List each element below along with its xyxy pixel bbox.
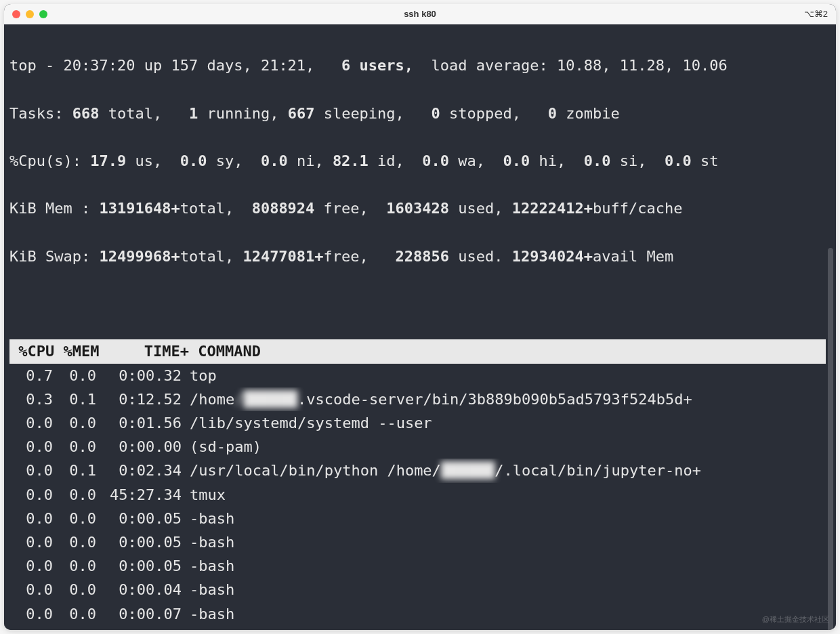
mem-value: 0.0 (53, 411, 96, 435)
time-value: 0:00.05 (96, 530, 182, 554)
process-header-row: %CPU %MEM TIME+ COMMAND (9, 339, 826, 363)
cpu-value: 0.0 (9, 507, 53, 530)
process-row: 0.00.00:00.06-bash (9, 626, 835, 630)
command-value: /usr/local/bin/python /home/██████/.loca… (182, 459, 835, 482)
command-value: /lib/systemd/systemd --user (182, 411, 835, 435)
time-value: 0:12.52 (96, 387, 182, 411)
time-value: 0:00.00 (96, 435, 182, 459)
mem-value: 0.0 (53, 554, 96, 578)
process-row: 0.00.045:27.34tmux (9, 483, 835, 507)
cpu-value: 0.0 (9, 626, 53, 630)
command-value: -bash (182, 554, 835, 578)
redacted-text: ██████ (441, 459, 495, 482)
process-row: 0.30.10:12.52/home/██████.vscode-server/… (9, 387, 835, 411)
cpu-value: 0.0 (9, 530, 53, 554)
mem-value: 0.1 (53, 387, 96, 411)
time-value: 0:00.05 (96, 507, 182, 530)
command-value: -bash (182, 626, 835, 630)
time-value: 0:00.32 (96, 364, 182, 387)
process-row: 0.00.00:00.05-bash (9, 507, 835, 530)
process-row: 0.70.00:00.32top (9, 364, 835, 387)
process-row: 0.00.00:00.07-bash (9, 602, 835, 626)
cpu-value: 0.0 (9, 578, 53, 601)
mem-value: 0.0 (53, 483, 96, 507)
blank-line (9, 292, 835, 316)
cpu-value: 0.0 (9, 411, 53, 435)
process-row: 0.00.00:01.56/lib/systemd/systemd --user (9, 411, 835, 435)
titlebar: ssh k80 ⌥⌘2 (4, 4, 836, 24)
mem-value: 0.0 (53, 507, 96, 530)
time-value: 0:01.56 (96, 411, 182, 435)
time-value: 0:00.04 (96, 578, 182, 601)
mem-value: 0.1 (53, 459, 96, 482)
time-value: 0:02.34 (96, 459, 182, 482)
command-value: -bash (182, 507, 835, 530)
mem-value: 0.0 (53, 530, 96, 554)
window-title: ssh k80 (4, 7, 836, 22)
top-summary-line1: top - 20:37:20 up 157 days, 21:21, 6 use… (9, 54, 835, 77)
command-value: -bash (182, 602, 835, 626)
cpu-value: 0.0 (9, 554, 53, 578)
mem-value: 0.0 (53, 578, 96, 601)
cpu-value: 0.0 (9, 435, 53, 459)
mem-value: 0.0 (53, 435, 96, 459)
process-row: 0.00.00:00.04-bash (9, 578, 835, 601)
process-list: 0.70.00:00.32top0.30.10:12.52/home/█████… (9, 364, 835, 630)
time-value: 0:00.07 (96, 602, 182, 626)
terminal-window: ssh k80 ⌥⌘2 top - 20:37:20 up 157 days, … (4, 4, 836, 630)
command-value: top (182, 364, 835, 387)
mem-value: 0.0 (53, 364, 96, 387)
cpu-value: 0.7 (9, 364, 53, 387)
command-value: tmux (182, 483, 835, 507)
mem-value: 0.0 (53, 626, 96, 630)
top-summary-cpu: %Cpu(s): 17.9 us, 0.0 sy, 0.0 ni, 82.1 i… (9, 149, 835, 173)
process-row: 0.00.00:00.05-bash (9, 554, 835, 578)
time-value: 0:00.06 (96, 626, 182, 630)
time-value: 0:00.05 (96, 554, 182, 578)
terminal-output[interactable]: top - 20:37:20 up 157 days, 21:21, 6 use… (4, 24, 836, 630)
top-summary-tasks: Tasks: 668 total, 1 running, 667 sleepin… (9, 102, 835, 125)
cpu-value: 0.0 (9, 459, 53, 482)
process-row: 0.00.00:00.00(sd-pam) (9, 435, 835, 459)
time-value: 45:27.34 (96, 483, 182, 507)
scrollbar[interactable] (828, 200, 833, 630)
process-row: 0.00.00:00.05-bash (9, 530, 835, 554)
command-value: /home/██████.vscode-server/bin/3b889b090… (182, 387, 835, 411)
command-value: (sd-pam) (182, 435, 835, 459)
cpu-value: 0.0 (9, 602, 53, 626)
command-value: -bash (182, 578, 835, 601)
scrollbar-thumb[interactable] (828, 248, 833, 630)
process-row: 0.00.10:02.34/usr/local/bin/python /home… (9, 459, 835, 482)
redacted-text: /██████ (234, 387, 297, 411)
top-summary-swap: KiB Swap: 12499968+total, 12477081+free,… (9, 245, 835, 268)
command-value: -bash (182, 530, 835, 554)
top-summary-mem: KiB Mem : 13191648+total, 8088924 free, … (9, 196, 835, 220)
watermark: @稀土掘金技术社区 (762, 614, 829, 626)
cpu-value: 0.0 (9, 483, 53, 507)
mem-value: 0.0 (53, 602, 96, 626)
cpu-value: 0.3 (9, 387, 53, 411)
